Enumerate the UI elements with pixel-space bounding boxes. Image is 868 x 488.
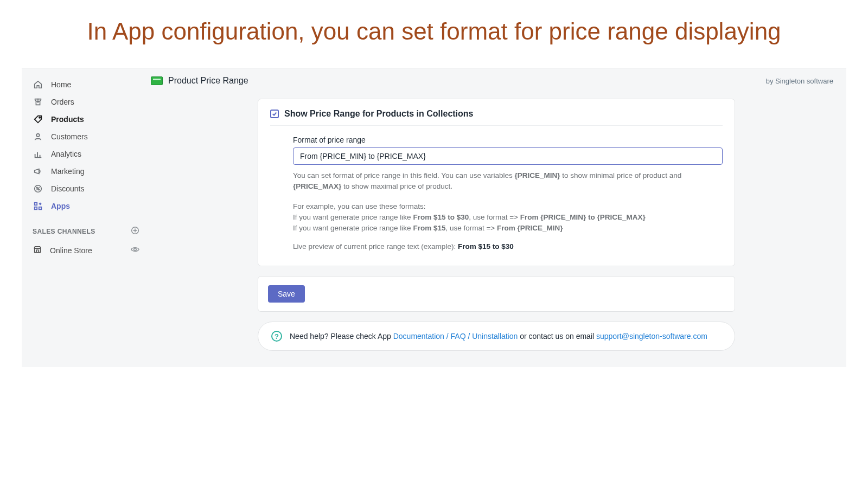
svg-point-3 [36,187,37,188]
format-field-label: Format of price range [293,136,723,144]
svg-rect-7 [39,207,42,210]
sidebar: Home Orders Products Customers Analytics [22,68,146,367]
store-icon [33,245,42,256]
discounts-icon [33,183,43,194]
marketing-icon [33,166,43,177]
app-shell: Home Orders Products Customers Analytics [22,68,846,367]
sidebar-item-customers[interactable]: Customers [29,128,143,145]
channel-label: Online Store [50,246,92,255]
enable-checkbox[interactable] [270,110,279,118]
customers-icon [33,131,43,142]
sidebar-item-marketing[interactable]: Marketing [29,163,143,180]
sidebar-item-label: Marketing [51,167,84,176]
sidebar-item-label: Discounts [51,184,84,193]
help-bar: ? Need help? Please check App Documentat… [258,322,735,351]
main-panel: Product Price Range by Singleton softwar… [146,68,846,367]
channel-online-store[interactable]: Online Store [29,241,143,259]
sidebar-item-label: Analytics [51,150,81,158]
help-middle: or contact us on email [518,332,596,341]
card-title: Show Price Range for Products in Collect… [284,109,474,119]
svg-point-4 [39,189,40,190]
svg-point-1 [36,134,39,137]
sidebar-item-orders[interactable]: Orders [29,93,143,111]
sidebar-item-home[interactable]: Home [29,76,143,93]
sidebar-item-label: Home [51,80,71,89]
eye-icon[interactable] [130,245,140,256]
save-button: Save [268,285,305,303]
apps-icon [33,201,43,211]
svg-rect-6 [35,207,37,210]
sidebar-item-label: Products [51,115,84,124]
add-channel-button[interactable] [130,226,140,237]
analytics-icon [33,149,43,159]
sidebar-item-products[interactable]: Products [29,111,143,128]
help-text: You can set format of price range in thi… [293,170,723,234]
sidebar-item-label: Apps [51,202,70,210]
save-card: Save [258,276,735,312]
home-icon [33,79,43,90]
app-byline: by Singleton software [766,77,833,85]
orders-icon [33,97,43,107]
sidebar-item-label: Orders [51,98,74,106]
help-icon: ? [271,331,282,342]
help-prefix: Need help? Please check App [290,332,393,341]
products-icon [33,114,43,125]
sidebar-item-analytics[interactable]: Analytics [29,145,143,163]
format-input[interactable] [293,147,723,165]
sidebar-item-discounts[interactable]: Discounts [29,180,143,197]
sales-channels-label: SALES CHANNELS [33,228,95,235]
help-email-link[interactable]: support@singleton-software.com [596,332,707,341]
help-docs-link[interactable]: Documentation / FAQ / Uninstallation [393,332,518,341]
svg-point-0 [39,117,40,118]
app-icon [151,76,163,85]
live-preview: Live preview of current price range text… [293,242,723,251]
hero-heading: In App configuration, you can set format… [0,0,868,68]
sidebar-item-apps[interactable]: Apps [29,197,143,215]
app-title: Product Price Range [168,76,248,86]
sales-channels-header: SALES CHANNELS [29,215,143,241]
svg-rect-5 [35,203,37,206]
svg-point-9 [134,248,137,251]
app-topbar: Product Price Range by Singleton softwar… [146,68,846,93]
settings-card: Show Price Range for Products in Collect… [258,99,735,266]
sidebar-item-label: Customers [51,132,88,141]
